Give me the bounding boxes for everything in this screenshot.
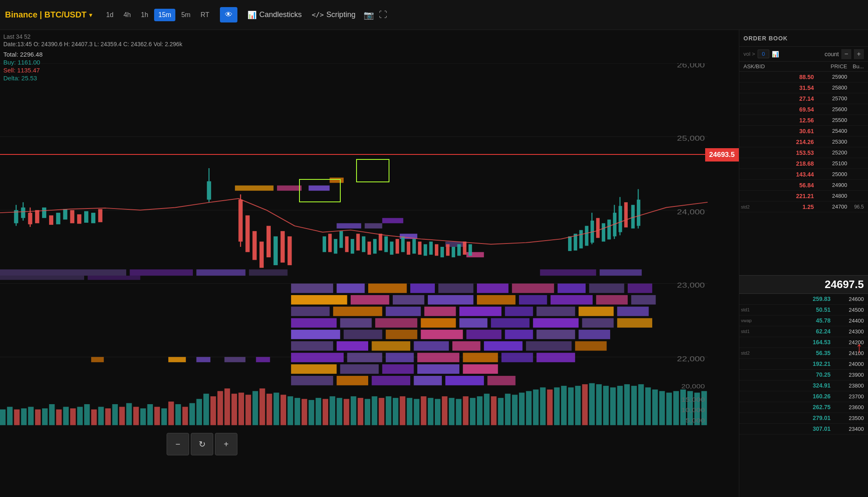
tf-4h[interactable]: 4h <box>119 9 135 21</box>
svg-rect-184 <box>91 410 97 425</box>
ob-bid-row[interactable]: 307.0123400 <box>739 424 868 435</box>
svg-rect-235 <box>449 398 454 425</box>
tf-1d[interactable]: 1d <box>102 9 118 21</box>
ob-bid-row[interactable]: std256.3524100 <box>739 348 868 359</box>
svg-rect-94 <box>87 276 140 280</box>
svg-rect-120 <box>245 215 249 252</box>
ob-ask-row[interactable]: std21.252470096.5 <box>739 201 868 212</box>
ob-ask-row[interactable]: 30.6125400 <box>739 126 868 137</box>
svg-rect-191 <box>140 408 146 425</box>
brand-label[interactable]: Binance | BTC/USDT ▾ <box>5 10 92 20</box>
ob-bid-row[interactable]: vwap45.7824400 <box>739 316 868 326</box>
svg-rect-29 <box>459 307 501 316</box>
camera-icon[interactable]: 📷 <box>364 10 374 20</box>
svg-rect-109 <box>56 213 60 224</box>
ob-ask-row[interactable]: 221.2124800 <box>739 191 868 201</box>
ob-ask-row[interactable]: 12.5625500 <box>739 115 868 126</box>
ob-price-value: 23400 <box>835 426 864 432</box>
refresh-button[interactable]: ↻ <box>191 433 213 455</box>
svg-rect-126 <box>287 236 292 265</box>
ob-ask-row[interactable]: 69.5425600 <box>739 104 868 115</box>
ob-ask-row[interactable]: 143.4425000 <box>739 169 868 180</box>
svg-rect-133 <box>356 234 359 251</box>
tf-15m[interactable]: 15m <box>154 9 175 21</box>
ob-ask-row[interactable]: 56.8424900 <box>739 180 868 191</box>
ob-ask-value: 12.56 <box>743 117 818 124</box>
svg-rect-254 <box>582 384 588 425</box>
count-minus-button[interactable]: − <box>841 49 851 59</box>
expand-icon[interactable]: ⛶ <box>379 10 387 20</box>
svg-rect-256 <box>596 384 601 425</box>
eye-button[interactable]: 👁 <box>220 7 237 22</box>
svg-rect-250 <box>554 388 559 425</box>
svg-rect-28 <box>424 307 456 316</box>
ob-ask-value: 143.44 <box>743 171 818 178</box>
ob-bid-row[interactable]: std150.5124500 <box>739 305 868 316</box>
svg-rect-225 <box>379 398 384 425</box>
svg-rect-54 <box>414 341 449 351</box>
svg-rect-206 <box>245 395 251 425</box>
ob-bid-row[interactable]: std162.2424300 <box>739 326 868 337</box>
svg-rect-153 <box>469 244 472 256</box>
ob-bid-row[interactable]: 160.2623700 <box>739 391 868 402</box>
scripting-button[interactable]: </> Scripting <box>312 10 355 19</box>
ob-bid-row[interactable]: 192.2124000 <box>739 359 868 370</box>
vol-input[interactable] <box>758 50 769 58</box>
ob-bid-row[interactable]: 262.7523600 <box>739 402 868 413</box>
ob-ask-row[interactable]: 214.2625300 <box>739 137 868 147</box>
svg-rect-154 <box>568 236 571 251</box>
svg-rect-73 <box>372 376 410 385</box>
svg-rect-138 <box>384 236 388 252</box>
zoom-in-button[interactable]: + <box>215 433 237 455</box>
tf-rt[interactable]: RT <box>196 9 213 21</box>
svg-rect-47 <box>466 330 501 339</box>
svg-rect-19 <box>428 295 473 305</box>
svg-rect-20 <box>477 295 516 305</box>
svg-rect-56 <box>484 341 523 351</box>
svg-rect-26 <box>333 307 382 316</box>
svg-rect-141 <box>401 236 404 252</box>
ob-ask-value: 56.84 <box>743 182 818 189</box>
zoom-out-button[interactable]: − <box>167 433 189 455</box>
svg-rect-255 <box>589 383 594 425</box>
svg-rect-224 <box>372 396 377 425</box>
ob-bid-row[interactable]: 279.0123500 <box>739 413 868 424</box>
tf-5m[interactable]: 5m <box>177 9 195 21</box>
svg-rect-78 <box>130 269 193 276</box>
svg-rect-264 <box>652 390 658 425</box>
candlesticks-button[interactable]: 📊 Candlesticks <box>247 10 302 20</box>
svg-rect-208 <box>259 388 265 425</box>
svg-rect-13 <box>558 283 586 293</box>
svg-rect-36 <box>375 318 417 328</box>
svg-rect-52 <box>337 341 368 351</box>
svg-rect-189 <box>126 403 132 425</box>
svg-rect-6 <box>291 283 333 293</box>
svg-rect-53 <box>372 341 410 351</box>
ob-ask-row[interactable]: 153.5325200 <box>739 147 868 158</box>
brand-dropdown-arrow[interactable]: ▾ <box>89 12 92 18</box>
ob-ask-row[interactable]: 27.1425700 <box>739 93 868 104</box>
orderbook-title: ORDER BOOK <box>743 35 788 42</box>
svg-rect-67 <box>340 364 379 374</box>
svg-text:23,000: 23,000 <box>677 282 705 289</box>
ob-bid-row[interactable]: 70.2523900 <box>739 370 868 380</box>
svg-rect-252 <box>568 388 574 425</box>
svg-rect-233 <box>435 399 440 425</box>
ob-bid-row[interactable]: 259.8324600 <box>739 294 868 305</box>
chart-ohlcv: Date:13:45 O: 24390.6 H: 24407.3 L: 2435… <box>3 41 182 47</box>
chart-last-info: Last 34 52 <box>3 33 182 40</box>
ob-ask-row[interactable]: 218.6825100 <box>739 158 868 169</box>
count-plus-button[interactable]: + <box>854 49 864 59</box>
svg-rect-41 <box>582 318 614 328</box>
svg-rect-226 <box>386 396 391 425</box>
ob-bid-row[interactable]: 164.5324200 <box>739 337 868 348</box>
ob-price-value: 24300 <box>835 328 864 335</box>
ob-price-value: 25500 <box>818 117 847 123</box>
ob-ask-row[interactable]: 88.5025900 <box>739 72 868 82</box>
ob-bid-row[interactable]: 324.9123800 <box>739 380 868 391</box>
tf-1h[interactable]: 1h <box>137 9 152 21</box>
svg-rect-95 <box>168 357 186 363</box>
chart-controls: − ↻ + <box>167 433 237 455</box>
ob-ask-row[interactable]: 31.5425800 <box>739 82 868 93</box>
svg-rect-176 <box>35 410 40 425</box>
